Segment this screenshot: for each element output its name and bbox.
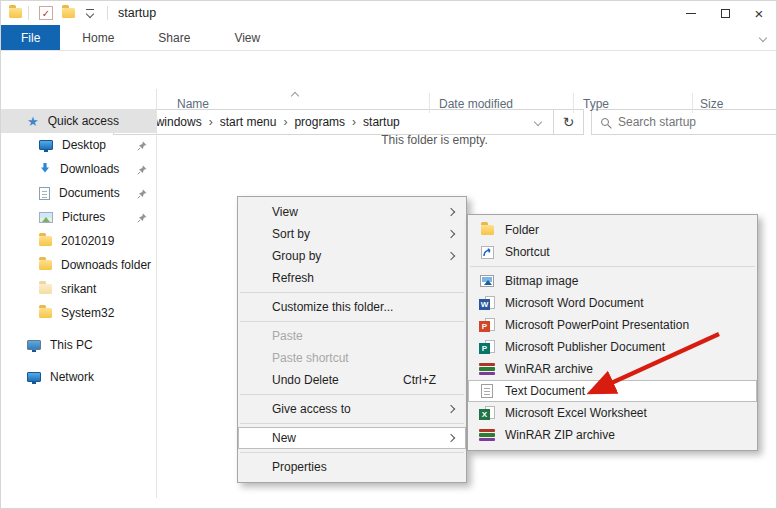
menu-separator (240, 452, 464, 453)
qat-customize-button[interactable] (79, 3, 101, 23)
ribbon-collapse-button[interactable] (760, 30, 766, 44)
menu-item-label: Shortcut (505, 245, 550, 259)
close-button[interactable]: × (742, 1, 776, 25)
context-menu: View Sort by Group by Refresh Customize … (237, 196, 467, 483)
sidebar-item-downoads-folder[interactable]: Downoads folder (1, 253, 156, 277)
column-headers: Name Date modified Type Size (157, 89, 776, 115)
new-submenu: Folder Shortcut Bitmap image W Microsoft… (467, 214, 758, 451)
sidebar-item-20102019[interactable]: 20102019 (1, 229, 156, 253)
sidebar-item-pictures[interactable]: Pictures (1, 205, 156, 229)
menu-item-properties[interactable]: Properties (238, 456, 466, 478)
desktop-icon (39, 140, 53, 150)
column-header-name[interactable]: Name (177, 97, 209, 111)
minimize-button[interactable] (674, 1, 708, 25)
sidebar-item-documents[interactable]: Documents (1, 181, 156, 205)
sidebar-item-srikant[interactable]: srikant (1, 277, 156, 301)
folder-icon (39, 236, 52, 246)
titlebar-divider (28, 6, 29, 20)
publisher-icon: P (478, 340, 496, 354)
menu-item-label: WinRAR archive (505, 362, 593, 376)
sidebar-item-desktop[interactable]: Desktop (1, 133, 156, 157)
maximize-button[interactable] (708, 1, 742, 25)
pin-icon (137, 212, 147, 226)
bitmap-image-icon (478, 275, 496, 287)
tab-view[interactable]: View (212, 25, 282, 50)
menu-item-refresh[interactable]: Refresh (238, 267, 466, 289)
menu-item-label: Give access to (272, 402, 351, 416)
winrar-icon (478, 429, 496, 442)
explorer-window: ✓ startup × File Home Share View ← → ↑ «… (0, 0, 777, 509)
properties-check-icon: ✓ (39, 6, 53, 20)
menu-item-sort-by[interactable]: Sort by (238, 223, 466, 245)
column-header-date-modified[interactable]: Date modified (439, 97, 513, 111)
submenu-item-publisher-document[interactable]: P Microsoft Publisher Document (468, 336, 757, 358)
menu-item-label: Microsoft Excel Worksheet (505, 406, 647, 420)
menu-item-give-access-to[interactable]: Give access to (238, 398, 466, 420)
submenu-item-excel-worksheet[interactable]: X Microsoft Excel Worksheet (468, 402, 757, 424)
excel-icon: X (478, 406, 496, 420)
submenu-arrow-icon (447, 208, 455, 216)
submenu-item-winrar-archive[interactable]: WinRAR archive (468, 358, 757, 380)
menu-item-label: Undo Delete (272, 373, 339, 387)
new-folder-icon (62, 8, 75, 18)
submenu-item-bitmap-image[interactable]: Bitmap image (468, 270, 757, 292)
title-bar: ✓ startup × (1, 1, 776, 25)
menu-item-label: Paste shortcut (272, 351, 349, 365)
submenu-item-shortcut[interactable]: Shortcut (468, 241, 757, 263)
sidebar-item-quick-access[interactable]: ★ Quick access (1, 109, 156, 133)
sidebar-item-label: Downloads (60, 162, 119, 176)
sidebar: ★ Quick access Desktop Downloads Documen… (1, 89, 156, 498)
sidebar-item-label: srikant (61, 282, 96, 296)
submenu-item-winrar-zip-archive[interactable]: WinRAR ZIP archive (468, 424, 757, 446)
computer-icon (27, 340, 41, 350)
sidebar-item-network[interactable]: Network (1, 365, 156, 389)
folder-icon (39, 284, 52, 294)
sidebar-item-system32[interactable]: System32 (1, 301, 156, 325)
menu-item-group-by[interactable]: Group by (238, 245, 466, 267)
menu-separator (240, 321, 464, 322)
network-icon (27, 372, 41, 382)
column-divider[interactable] (429, 93, 430, 113)
qat-properties-button[interactable]: ✓ (35, 3, 57, 23)
sidebar-item-downloads[interactable]: Downloads (1, 157, 156, 181)
submenu-arrow-icon (447, 434, 455, 442)
column-header-type[interactable]: Type (583, 97, 609, 111)
submenu-item-text-document[interactable]: Text Document (468, 380, 757, 402)
text-document-icon (478, 384, 496, 398)
sidebar-item-label: Desktop (62, 138, 106, 152)
menu-item-undo-delete[interactable]: Undo Delete Ctrl+Z (238, 369, 466, 391)
column-header-size[interactable]: Size (700, 97, 723, 111)
column-divider[interactable] (573, 93, 574, 113)
minimize-icon (686, 13, 696, 14)
menu-item-label: Refresh (272, 271, 314, 285)
sidebar-item-label: Network (50, 370, 94, 384)
submenu-item-folder[interactable]: Folder (468, 219, 757, 241)
folder-icon (39, 260, 52, 270)
shortcut-icon (478, 246, 496, 259)
tab-share[interactable]: Share (136, 25, 212, 50)
menu-item-view[interactable]: View (238, 201, 466, 223)
submenu-item-word-document[interactable]: W Microsoft Word Document (468, 292, 757, 314)
word-icon: W (478, 296, 496, 310)
column-divider[interactable] (692, 93, 693, 113)
sidebar-item-label: Documents (59, 186, 120, 200)
menu-item-new[interactable]: New (238, 427, 466, 449)
window-title: startup (118, 6, 156, 20)
sidebar-item-this-pc[interactable]: This PC (1, 333, 156, 357)
navigation-bar: ← → ↑ « windows › start menu › programs … (1, 52, 776, 89)
picture-icon (39, 212, 53, 223)
menu-item-customize-this-folder[interactable]: Customize this folder... (238, 296, 466, 318)
menu-separator (470, 266, 755, 267)
powerpoint-icon: P (478, 318, 496, 332)
tab-home[interactable]: Home (60, 25, 136, 50)
pin-icon (137, 164, 147, 178)
sidebar-item-label: This PC (50, 338, 93, 352)
qat-new-folder-button[interactable] (57, 3, 79, 23)
tab-file[interactable]: File (1, 25, 60, 50)
submenu-item-powerpoint-presentation[interactable]: P Microsoft PowerPoint Presentation (468, 314, 757, 336)
star-icon: ★ (27, 115, 39, 128)
sidebar-item-label: Quick access (48, 114, 119, 128)
menu-item-label: Customize this folder... (272, 300, 393, 314)
menu-item-label: Group by (272, 249, 321, 263)
pin-icon (137, 140, 147, 154)
